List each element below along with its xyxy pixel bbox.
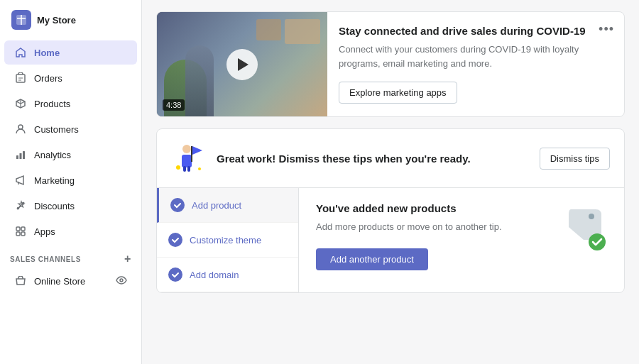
tips-header-left: Great work! Dismiss these tips when you'… bbox=[171, 140, 471, 176]
svg-point-22 bbox=[589, 233, 606, 250]
apps-icon bbox=[14, 225, 27, 238]
tips-list-item-customize-theme[interactable]: Customize theme bbox=[157, 223, 298, 258]
sidebar-item-discounts-label: Discounts bbox=[34, 201, 75, 211]
video-more-button[interactable]: ••• bbox=[599, 22, 614, 37]
analytics-icon bbox=[14, 148, 27, 161]
video-description: Connect with your customers during COVID… bbox=[339, 43, 613, 70]
svg-point-21 bbox=[589, 214, 594, 219]
svg-rect-20 bbox=[187, 166, 190, 172]
sales-channels-header: SALES CHANNELS + bbox=[0, 244, 141, 268]
online-store-icon bbox=[14, 275, 27, 288]
video-play-button[interactable] bbox=[226, 49, 258, 80]
check-add-product bbox=[170, 198, 185, 212]
main-content: 4:38 ••• Stay connected and drive sales … bbox=[142, 0, 639, 364]
sidebar-item-online-store[interactable]: Online Store bbox=[4, 269, 137, 294]
svg-rect-5 bbox=[23, 151, 25, 159]
sidebar-item-analytics[interactable]: Analytics bbox=[4, 143, 137, 167]
tips-flag-icon bbox=[171, 140, 207, 176]
video-card: 4:38 ••• Stay connected and drive sales … bbox=[156, 11, 625, 117]
tips-card: Great work! Dismiss these tips when you'… bbox=[156, 128, 625, 293]
svg-rect-10 bbox=[16, 232, 20, 236]
video-duration: 4:38 bbox=[163, 99, 185, 111]
sidebar-item-products[interactable]: Products bbox=[4, 92, 137, 116]
sidebar-item-home[interactable]: Home bbox=[4, 40, 137, 65]
sidebar-item-orders-label: Orders bbox=[34, 73, 62, 84]
svg-rect-4 bbox=[20, 153, 22, 159]
svg-point-13 bbox=[182, 145, 191, 153]
svg-rect-9 bbox=[21, 227, 25, 231]
svg-point-18 bbox=[198, 167, 201, 170]
tips-list-item-add-domain[interactable]: Add domain bbox=[157, 258, 298, 292]
video-thumbnail[interactable]: 4:38 bbox=[157, 12, 327, 116]
check-customize-theme bbox=[168, 233, 182, 247]
home-icon bbox=[14, 46, 27, 59]
orders-icon bbox=[14, 72, 27, 84]
store-logo-icon bbox=[11, 10, 31, 30]
products-icon bbox=[14, 97, 27, 110]
svg-rect-19 bbox=[183, 166, 186, 172]
sidebar-item-home-label: Home bbox=[34, 48, 60, 58]
video-content: ••• Stay connected and drive sales durin… bbox=[327, 12, 624, 116]
sidebar-item-apps-label: Apps bbox=[34, 226, 55, 237]
add-product-label: Add product bbox=[192, 200, 241, 211]
sidebar-item-apps[interactable]: Apps bbox=[4, 219, 137, 243]
sidebar-item-customers[interactable]: Customers bbox=[4, 117, 137, 141]
tips-title: Great work! Dismiss these tips when you'… bbox=[217, 153, 471, 165]
video-title: Stay connected and drive sales during CO… bbox=[339, 25, 613, 37]
svg-rect-8 bbox=[16, 227, 20, 231]
dismiss-tips-button[interactable]: Dismiss tips bbox=[540, 148, 610, 170]
svg-point-17 bbox=[176, 165, 180, 170]
tips-detail: You've added new products Add more produ… bbox=[299, 188, 624, 292]
check-add-domain bbox=[168, 268, 182, 282]
sidebar-item-discounts[interactable]: Discounts bbox=[4, 194, 137, 218]
customers-icon bbox=[14, 123, 27, 136]
tips-body: Add product Customize theme Add domain bbox=[157, 188, 624, 292]
tips-header: Great work! Dismiss these tips when you'… bbox=[157, 129, 624, 188]
customize-theme-label: Customize theme bbox=[190, 235, 261, 246]
sidebar-item-marketing[interactable]: Marketing bbox=[4, 168, 137, 192]
svg-rect-3 bbox=[16, 155, 18, 159]
svg-point-2 bbox=[18, 125, 23, 129]
sidebar-item-marketing-label: Marketing bbox=[34, 175, 75, 186]
sidebar-item-customers-label: Customers bbox=[34, 124, 79, 135]
tag-checkmark-icon bbox=[560, 202, 610, 252]
add-another-product-button[interactable]: Add another product bbox=[316, 248, 428, 270]
discounts-icon bbox=[14, 199, 27, 212]
add-domain-label: Add domain bbox=[190, 270, 239, 280]
svg-point-12 bbox=[120, 279, 123, 282]
explore-marketing-apps-button[interactable]: Explore marketing apps bbox=[339, 82, 457, 104]
svg-rect-14 bbox=[182, 155, 192, 167]
tips-list: Add product Customize theme Add domain bbox=[157, 188, 299, 292]
svg-rect-15 bbox=[191, 146, 192, 162]
sidebar-logo: My Store bbox=[0, 0, 141, 40]
store-name: My Store bbox=[37, 15, 76, 26]
svg-rect-11 bbox=[21, 232, 25, 236]
svg-marker-16 bbox=[192, 146, 202, 155]
online-store-left: Online Store bbox=[14, 275, 85, 288]
tips-list-item-add-product[interactable]: Add product bbox=[157, 188, 298, 223]
marketing-icon bbox=[14, 174, 27, 187]
sidebar: My Store Home Orders Products bbox=[0, 0, 142, 364]
sidebar-item-products-label: Products bbox=[34, 99, 70, 109]
online-store-label: Online Store bbox=[34, 276, 85, 287]
sidebar-item-orders[interactable]: Orders bbox=[4, 66, 137, 90]
eye-icon[interactable] bbox=[116, 275, 127, 288]
add-channel-button[interactable]: + bbox=[124, 253, 131, 265]
sidebar-item-analytics-label: Analytics bbox=[34, 150, 71, 160]
